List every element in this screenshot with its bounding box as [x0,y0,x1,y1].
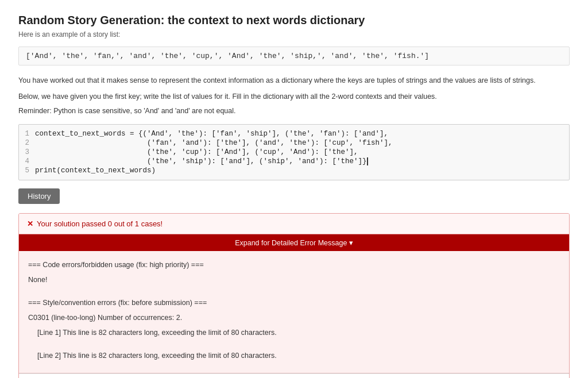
line-number: 5 [19,167,35,175]
code-editor[interactable]: 1context_to_next_words = {('And', 'the')… [18,124,570,180]
code-errors-value: None! [28,274,560,286]
description1: You have worked out that it makes sense … [18,75,570,86]
line-number: 2 [19,139,35,147]
line-number: 4 [19,157,35,165]
line-code: ('fan', 'and'): ['the'], ('and', 'the'):… [35,139,393,147]
line-code: ('the', 'cup'): ['And'], ('cup', 'And'):… [35,148,358,156]
description2: Below, we have given you the first key; … [18,91,570,102]
line1-error: [Line 1] This line is 82 characters long… [28,327,560,338]
story-list: ['And', 'the', 'fan,', 'and', 'the', 'cu… [18,47,570,65]
code-line: 3 ('the', 'cup'): ['And'], ('cup', 'And'… [19,148,569,157]
code-errors-header: === Code errors/forbidden usage (fix: hi… [28,259,560,271]
line-code: print(context_to_next_words) [35,167,156,175]
reminder: Reminder: Python is case sensitive, so '… [18,107,570,115]
text-cursor [367,157,368,165]
line-code: ('the', 'ship'): ['and'], ('ship', 'and'… [35,157,368,165]
line-number: 1 [19,130,35,138]
style-errors-header: === Style/convention errors (fix: before… [28,297,560,308]
code-line: 5print(context_to_next_words) [19,166,569,175]
code-line: 4 ('the', 'ship'): ['and'], ('ship', 'an… [19,157,569,166]
code-line: 2 ('fan', 'and'): ['the'], ('and', 'the'… [19,138,569,148]
x-icon: ✕ [27,219,33,228]
expand-bar[interactable]: Expand for Detailed Error Message ▾ [19,234,569,251]
code-line: 1context_to_next_words = {('And', 'the')… [19,129,569,138]
page-container: Random Story Generation: the context to … [0,0,588,378]
passed-label: Your solution passed 0 out of 1 cases! [37,219,163,228]
page-title: Random Story Generation: the context to … [18,14,570,27]
history-button[interactable]: History [18,188,60,204]
line-code: context_to_next_words = {('And', 'the'):… [35,130,388,138]
table-header: DescriptionTest ExpressionExpectedReceiv… [19,373,569,378]
line2-error: [Line 2] This line is 82 characters long… [28,350,560,361]
subtitle: Here is an example of a story list: [18,30,570,38]
result-box: ✕ Your solution passed 0 out of 1 cases!… [18,213,570,378]
style-errors-value: C0301 (line-too-long) Number of occurren… [28,312,560,323]
result-header: ✕ Your solution passed 0 out of 1 cases! [19,214,569,234]
code-lines: 1context_to_next_words = {('And', 'the')… [19,125,569,180]
line-number: 3 [19,148,35,156]
error-details: === Code errors/forbidden usage (fix: hi… [19,251,569,373]
